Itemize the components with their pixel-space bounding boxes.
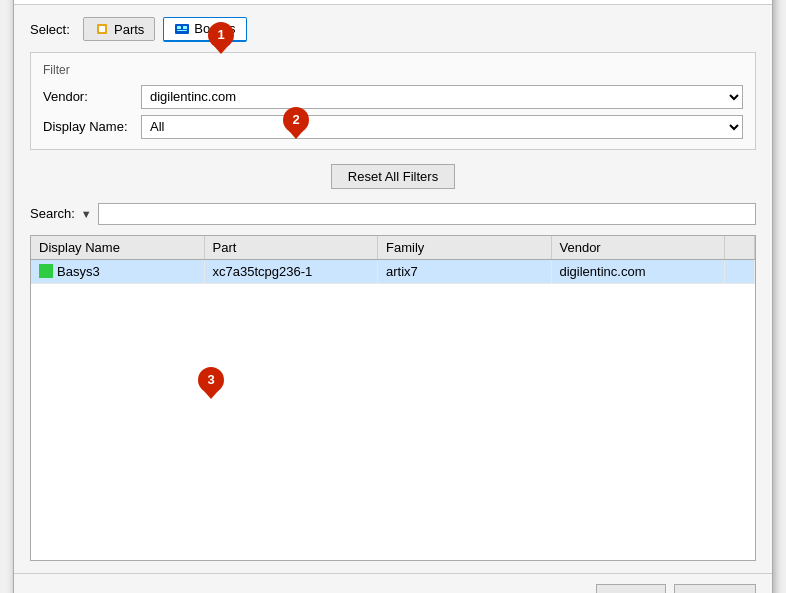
ok-button[interactable]: OK xyxy=(596,584,666,594)
select-row: Select: Parts xyxy=(30,17,756,42)
svg-rect-5 xyxy=(177,30,187,31)
svg-rect-2 xyxy=(175,24,189,34)
empty-rows xyxy=(31,284,755,544)
cell-vendor: digilentinc.com xyxy=(552,260,726,283)
search-row: Search: ▼ xyxy=(30,203,756,225)
svg-rect-1 xyxy=(99,26,105,32)
cell-display-name: Basys3 xyxy=(31,260,205,283)
col-family: Family xyxy=(378,236,552,259)
parts-tab-icon xyxy=(94,21,110,37)
select-label: Select: xyxy=(30,22,75,37)
cell-extra xyxy=(725,260,755,283)
col-part: Part xyxy=(205,236,379,259)
results-table: Display Name Part Family Vendor Basys3 x… xyxy=(30,235,756,561)
vendor-select[interactable]: digilentinc.com All xyxy=(141,85,743,109)
cancel-button[interactable]: Cancel xyxy=(674,584,756,594)
cell-part: xc7a35tcpg236-1 xyxy=(205,260,379,283)
table-header: Display Name Part Family Vendor xyxy=(31,236,755,260)
display-name-filter-label: Display Name: xyxy=(43,119,133,134)
col-display-name: Display Name xyxy=(31,236,205,259)
vendor-label: Vendor: xyxy=(43,89,133,104)
cell-family: artix7 xyxy=(378,260,552,283)
col-extra xyxy=(725,236,755,259)
svg-rect-4 xyxy=(183,26,187,29)
search-label: Search: xyxy=(30,206,75,221)
display-name-select[interactable]: All xyxy=(141,115,743,139)
boards-tab-label: Boards xyxy=(194,21,235,36)
col-vendor: Vendor xyxy=(552,236,726,259)
display-name-filter-row: Display Name: All xyxy=(43,115,743,139)
filter-box: Filter Vendor: digilentinc.com All Displ… xyxy=(30,52,756,150)
search-input[interactable] xyxy=(98,203,756,225)
parts-tab-label: Parts xyxy=(114,22,144,37)
tab-parts[interactable]: Parts xyxy=(83,17,155,41)
filter-title: Filter xyxy=(43,63,743,77)
reset-filters-button[interactable]: Reset All Filters xyxy=(331,164,455,189)
board-icon xyxy=(39,264,53,278)
table-row[interactable]: Basys3 xc7a35tcpg236-1 artix7 digilentin… xyxy=(31,260,755,284)
svg-rect-3 xyxy=(177,26,181,29)
dialog-footer: OK Cancel xyxy=(14,573,772,594)
vendor-filter-row: Vendor: digilentinc.com All xyxy=(43,85,743,109)
tab-boards[interactable]: Boards xyxy=(163,17,246,42)
boards-tab-icon xyxy=(174,21,190,37)
reset-row: Reset All Filters xyxy=(30,160,756,193)
table-body: Basys3 xc7a35tcpg236-1 artix7 digilentin… xyxy=(31,260,755,560)
search-dropdown-button[interactable]: ▼ xyxy=(81,208,92,220)
